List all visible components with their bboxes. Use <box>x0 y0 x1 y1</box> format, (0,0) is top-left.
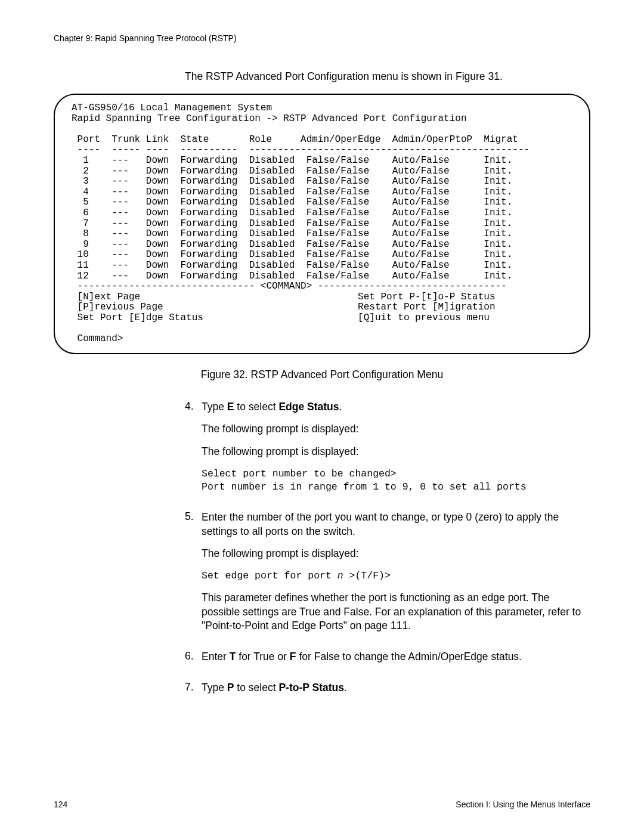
option-ptop-status: P-to-P Status <box>278 682 344 693</box>
section-label: Section I: Using the Menus Interface <box>456 800 590 809</box>
terminal-window: AT-GS950/16 Local Management System Rapi… <box>54 94 590 354</box>
step-7: 7. Type P to select P-to-P Status. <box>185 681 590 704</box>
text: The following prompt is displayed: <box>202 422 590 436</box>
page-footer: 124 Section I: Using the Menus Interface <box>54 800 590 809</box>
key-e: E <box>227 401 234 413</box>
text: to select <box>234 682 279 693</box>
step-6: 6. Enter T for True or F for False to ch… <box>185 650 590 673</box>
key-t: T <box>230 651 236 662</box>
text: . <box>339 401 342 413</box>
text: The following prompt is displayed: <box>202 445 590 459</box>
text: for False to change the Admin/OperEdge s… <box>296 651 522 662</box>
step-number: 4. <box>185 400 202 502</box>
page-number: 124 <box>54 800 67 809</box>
intro-text: The RSTP Advanced Port Configuration men… <box>185 70 590 83</box>
prompt-output: Select port number to be changed> Port n… <box>202 467 590 494</box>
text: Type <box>202 401 227 413</box>
step-number: 5. <box>185 510 202 642</box>
step-body: Enter the number of the port you want to… <box>202 510 590 642</box>
text: for True or <box>236 651 289 662</box>
page: Chapter 9: Rapid Spanning Tree Protocol … <box>0 0 644 735</box>
text: . <box>344 682 347 693</box>
text: The following prompt is displayed: <box>202 547 590 561</box>
text: Enter <box>202 651 230 662</box>
step-body: Type E to select Edge Status. The follow… <box>202 400 590 502</box>
step-body: Enter T for True or F for False to chang… <box>202 650 590 673</box>
chapter-header: Chapter 9: Rapid Spanning Tree Protocol … <box>54 33 590 43</box>
option-edge-status: Edge Status <box>278 401 339 413</box>
text: to select <box>234 401 279 413</box>
text: Type <box>202 682 227 693</box>
terminal-output: AT-GS950/16 Local Management System Rapi… <box>72 103 577 345</box>
text: Enter the number of the port you want to… <box>202 510 590 538</box>
prompt-output: Set edge port for port n >(T/F)> <box>202 569 590 583</box>
figure-caption: Figure 32. RSTP Advanced Port Configurat… <box>54 368 590 381</box>
step-5: 5. Enter the number of the port you want… <box>185 510 590 642</box>
step-body: Type P to select P-to-P Status. <box>202 681 590 704</box>
key-f: F <box>290 651 296 662</box>
step-number: 7. <box>185 681 202 704</box>
text: This parameter defines whether the port … <box>202 591 590 633</box>
instruction-steps: 4. Type E to select Edge Status. The fol… <box>185 400 590 704</box>
step-number: 6. <box>185 650 202 673</box>
key-p: P <box>227 682 234 693</box>
step-4: 4. Type E to select Edge Status. The fol… <box>185 400 590 502</box>
